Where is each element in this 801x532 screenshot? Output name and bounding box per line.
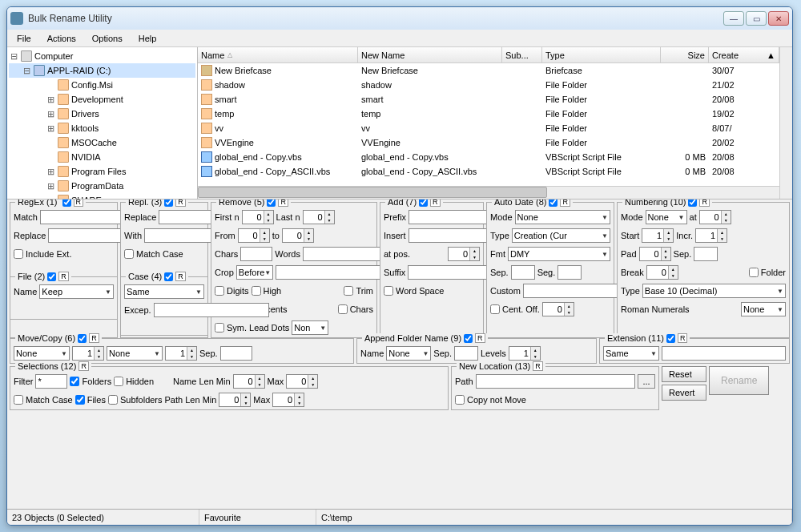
- col-sub[interactable]: Sub...: [502, 47, 542, 62]
- case-reset[interactable]: R: [175, 272, 186, 281]
- rename-button[interactable]: Rename: [709, 366, 769, 395]
- numbering-start[interactable]: ▲▼: [642, 228, 674, 243]
- numbering-roman-select[interactable]: None: [741, 302, 786, 316]
- remove-trim[interactable]: [344, 286, 353, 296]
- maximize-button[interactable]: ▭: [746, 11, 767, 26]
- remove-reset[interactable]: R: [278, 200, 288, 207]
- folder-tree[interactable]: ⊟Computer ⊟APPL-RAID (C:) Config.Msi⊞Dev…: [7, 47, 198, 199]
- tree-item[interactable]: Config.Msi: [9, 78, 195, 92]
- append-sep-input[interactable]: [454, 346, 478, 361]
- ext-select[interactable]: Same: [603, 346, 659, 361]
- file-reset[interactable]: R: [58, 272, 69, 281]
- movecopy-reset[interactable]: R: [89, 333, 99, 343]
- movecopy-n1[interactable]: ▲▼: [72, 346, 104, 361]
- close-button[interactable]: ✕: [768, 11, 789, 26]
- selections-folders[interactable]: [70, 377, 79, 386]
- remove-firstn[interactable]: ▲▼: [242, 210, 274, 224]
- regex-include-ext[interactable]: [14, 249, 23, 259]
- col-name[interactable]: Name△: [198, 47, 358, 62]
- expand-icon[interactable]: ⊞: [46, 95, 55, 105]
- case-enable[interactable]: [164, 272, 173, 281]
- movecopy-sel2[interactable]: None: [107, 346, 163, 361]
- add-enable[interactable]: [419, 200, 428, 207]
- tree-item[interactable]: ⊞kktools: [9, 121, 195, 135]
- list-row[interactable]: temp temp File Folder 19/02: [198, 107, 779, 121]
- repl-match-case[interactable]: [124, 249, 134, 259]
- expand-icon[interactable]: ⊞: [46, 123, 55, 134]
- collapse-icon[interactable]: ⊟: [9, 51, 18, 62]
- collapse-icon[interactable]: ⊟: [22, 66, 31, 76]
- list-row[interactable]: smart smart File Folder 20/08: [198, 92, 779, 107]
- col-created[interactable]: Create▲: [709, 47, 779, 62]
- ext-input[interactable]: [662, 346, 786, 361]
- movecopy-sel1[interactable]: None: [14, 346, 70, 361]
- tree-root[interactable]: Computer: [34, 51, 73, 61]
- append-enable[interactable]: [464, 334, 473, 343]
- numbering-at[interactable]: ▲▼: [699, 210, 731, 224]
- menu-actions[interactable]: Actions: [41, 32, 83, 45]
- remove-lastn[interactable]: ▲▼: [303, 210, 335, 224]
- minimize-button[interactable]: —: [723, 11, 744, 26]
- expand-icon[interactable]: ⊞: [46, 181, 55, 191]
- selections-subfolders[interactable]: [108, 395, 118, 405]
- list-row[interactable]: global_end - Copy_ASCII.vbs global_end -…: [198, 164, 779, 179]
- numbering-mode-select[interactable]: None: [646, 210, 687, 224]
- remove-digits[interactable]: [215, 286, 224, 296]
- numbering-folder[interactable]: [749, 268, 759, 277]
- append-name-select[interactable]: None: [386, 346, 431, 361]
- col-size[interactable]: Size: [661, 47, 709, 62]
- newloc-path-input[interactable]: [476, 374, 635, 389]
- remove-sym[interactable]: [215, 323, 224, 332]
- selections-files[interactable]: [75, 395, 85, 405]
- tree-item[interactable]: SHARE: [9, 193, 195, 199]
- tree-item[interactable]: NVIDIA: [9, 150, 195, 164]
- ext-enable[interactable]: [666, 334, 675, 343]
- selections-reset[interactable]: R: [78, 361, 89, 371]
- numbering-pad[interactable]: ▲▼: [639, 247, 671, 261]
- list-row[interactable]: vv vv File Folder 8/07/: [198, 121, 779, 135]
- tree-item[interactable]: ⊞Program Files: [9, 164, 195, 179]
- expand-icon[interactable]: ⊞: [46, 167, 55, 177]
- tree-item[interactable]: ⊞Development: [9, 92, 195, 107]
- remove-to[interactable]: ▲▼: [282, 228, 314, 243]
- list-row[interactable]: global_end - Copy.vbs global_end - Copy.…: [198, 150, 779, 164]
- list-row[interactable]: VVEngine VVEngine File Folder 20/02: [198, 135, 779, 150]
- tree-item[interactable]: ⊞Drivers: [9, 107, 195, 121]
- add-reset[interactable]: R: [430, 200, 441, 207]
- selections-match-case[interactable]: [14, 395, 23, 405]
- autodate-cent[interactable]: [490, 304, 500, 314]
- file-name-select[interactable]: Keep: [39, 284, 114, 299]
- menu-options[interactable]: Options: [86, 32, 129, 45]
- numbering-sep-input[interactable]: [694, 247, 718, 261]
- remove-chars2[interactable]: [338, 304, 348, 314]
- numbering-type-select[interactable]: Base 10 (Decimal): [642, 284, 786, 298]
- menu-help[interactable]: Help: [132, 32, 163, 45]
- newloc-copy-not-move[interactable]: [455, 395, 465, 405]
- case-select[interactable]: Same: [124, 284, 204, 299]
- file-enable[interactable]: [47, 272, 56, 281]
- append-levels[interactable]: ▲▼: [509, 346, 541, 361]
- col-type[interactable]: Type: [542, 47, 661, 62]
- tree-item[interactable]: MSOCache: [9, 135, 195, 150]
- remove-crop-input[interactable]: [276, 265, 391, 280]
- newloc-reset[interactable]: R: [533, 361, 543, 371]
- numbering-break[interactable]: ▲▼: [646, 265, 678, 280]
- reset-button[interactable]: Reset: [662, 366, 706, 382]
- autodate-seg-input[interactable]: [557, 265, 582, 280]
- autodate-off[interactable]: ▲▼: [542, 302, 574, 316]
- revert-button[interactable]: Revert: [662, 385, 706, 401]
- numbering-incr[interactable]: ▲▼: [695, 228, 727, 243]
- repl-enable[interactable]: [164, 200, 173, 207]
- movecopy-enable[interactable]: [78, 334, 87, 343]
- add-atpos[interactable]: ▲▼: [448, 247, 480, 261]
- list-row[interactable]: New Briefcase New Briefcase Briefcase 30…: [198, 63, 779, 78]
- remove-crop-select[interactable]: Before: [236, 265, 273, 280]
- remove-chars-input[interactable]: [240, 247, 272, 261]
- tree-drive[interactable]: APPL-RAID (C:): [47, 66, 111, 75]
- append-reset[interactable]: R: [475, 333, 485, 343]
- regex-enable[interactable]: [62, 200, 71, 207]
- selections-filter-input[interactable]: [35, 374, 67, 389]
- expand-icon[interactable]: ⊞: [46, 109, 55, 119]
- autodate-fmt-select[interactable]: DMY: [508, 247, 610, 261]
- sel-pathlen-min[interactable]: ▲▼: [219, 393, 251, 407]
